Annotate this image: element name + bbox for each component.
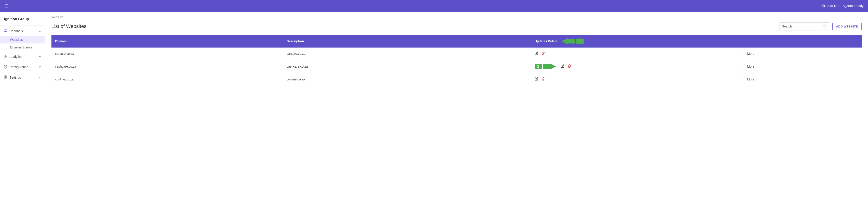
more-label[interactable]: More xyxy=(747,77,754,81)
configuration-label: Configuration xyxy=(9,65,28,69)
sidebar-item-external-source[interactable]: External Source xyxy=(0,43,45,51)
app-title: Ignition Group xyxy=(0,14,45,26)
analytics-icon xyxy=(4,54,7,59)
analytics-label: Analytics xyxy=(9,55,22,59)
list-header-actions: ADD WEBSITE xyxy=(779,22,862,30)
list-title: List of Websites xyxy=(52,24,87,29)
annotation-arrow-1-icon xyxy=(561,38,575,44)
analytics-chevron: ▼ xyxy=(39,55,41,58)
content-area: Websites List of Websites ADD WEBSITE xyxy=(45,12,868,219)
actions-cell xyxy=(531,47,738,60)
header-right: ⏻ LOG OFF Agarani Reddy xyxy=(822,4,864,8)
logoff-label[interactable]: LOG OFF xyxy=(827,4,840,8)
column-header-more xyxy=(738,35,862,47)
user-name: Agarani Reddy xyxy=(842,4,864,8)
header-left: ☰ xyxy=(4,3,8,8)
logoff-button[interactable]: ⏻ LOG OFF xyxy=(822,4,840,8)
search-icon xyxy=(823,24,827,28)
svg-rect-0 xyxy=(4,29,7,31)
table-body: carcure.co.za carcure.co.za xyxy=(52,47,862,85)
top-header: ☰ ⏻ LOG OFF Agarani Reddy xyxy=(0,0,868,12)
hamburger-icon[interactable]: ☰ xyxy=(4,3,8,8)
more-cell: ⋮ More xyxy=(738,73,862,86)
content-inner: List of Websites ADD WEBSITE xyxy=(45,21,868,92)
search-box xyxy=(779,22,829,30)
settings-chevron: ▼ xyxy=(39,76,41,79)
delete-button[interactable] xyxy=(541,51,545,56)
settings-icon xyxy=(4,75,7,80)
sidebar: Ignition Group Channels ▲ Websites Exter… xyxy=(0,12,45,219)
settings-label: Settings xyxy=(9,76,21,79)
more-label[interactable]: More xyxy=(747,65,754,68)
svg-point-7 xyxy=(5,77,6,77)
more-cell: ⋮ More xyxy=(738,47,862,60)
more-icon[interactable]: ⋮ xyxy=(741,51,745,56)
svg-point-6 xyxy=(5,66,6,67)
annotation-arrow-2-container: 2 xyxy=(535,64,556,69)
actions-cell: 2 xyxy=(531,60,738,73)
svg-marker-11 xyxy=(543,64,556,69)
annotation-arrow-2-icon xyxy=(543,64,556,69)
annotation-badge-1: 1 xyxy=(577,39,584,44)
sidebar-item-analytics[interactable]: Analytics ▼ xyxy=(0,52,45,62)
svg-marker-10 xyxy=(561,38,575,44)
edit-button[interactable] xyxy=(535,51,538,56)
sidebar-section-settings: Settings ▼ xyxy=(0,73,45,82)
edit-button[interactable] xyxy=(561,64,564,69)
sidebar-section-configuration: Configuration ▼ xyxy=(0,63,45,72)
sidebar-item-websites[interactable]: Websites xyxy=(0,36,45,43)
edit-button[interactable] xyxy=(535,77,538,81)
column-header-domain: Domain xyxy=(52,35,283,47)
table-row: conline.co.za conline.co.za xyxy=(52,73,862,86)
annotation-arrow-1-container: 1 xyxy=(561,38,584,44)
more-cell: ⋮ More xyxy=(738,60,862,73)
domain-cell: carcure.co.za xyxy=(52,47,283,60)
sidebar-item-configuration[interactable]: Configuration ▼ xyxy=(0,63,45,72)
configuration-chevron: ▼ xyxy=(39,66,41,69)
sidebar-section-analytics: Analytics ▼ xyxy=(0,52,45,62)
svg-line-9 xyxy=(826,27,826,27)
description-cell: conline.co.za xyxy=(283,73,531,86)
column-header-description: Description xyxy=(283,35,531,47)
search-input[interactable] xyxy=(782,25,823,28)
more-icon[interactable]: ⋮ xyxy=(741,77,745,82)
list-header-row: List of Websites ADD WEBSITE xyxy=(52,22,862,30)
websites-table: Domain Description Update / Delete xyxy=(52,35,862,85)
delete-button[interactable] xyxy=(568,64,571,69)
svg-point-8 xyxy=(824,25,826,27)
table-row: carcure.co.za carcure.co.za xyxy=(52,47,862,60)
actions-cell xyxy=(531,73,738,86)
domain-cell: conline.co.za xyxy=(52,73,283,86)
domain-cell: cashcare.co.za xyxy=(52,60,283,73)
delete-button[interactable] xyxy=(541,77,545,81)
sidebar-item-channels[interactable]: Channels ▲ xyxy=(0,26,45,36)
main-layout: Ignition Group Channels ▲ Websites Exter… xyxy=(0,12,868,219)
power-icon: ⏻ xyxy=(822,4,825,8)
more-icon[interactable]: ⋮ xyxy=(741,64,745,69)
table-header-row: Domain Description Update / Delete xyxy=(52,35,862,47)
more-label[interactable]: More xyxy=(747,52,754,56)
sidebar-item-settings[interactable]: Settings ▼ xyxy=(0,73,45,82)
add-website-button[interactable]: ADD WEBSITE xyxy=(832,23,862,30)
sidebar-section-channels: Channels ▲ Websites External Source xyxy=(0,26,45,51)
channels-label: Channels xyxy=(9,29,23,33)
configuration-icon xyxy=(4,65,7,69)
breadcrumb: Websites xyxy=(45,12,868,21)
table-row: cashcare.co.za cashcare.co.za 2 xyxy=(52,60,862,73)
description-cell: carcure.co.za xyxy=(283,47,531,60)
column-header-update-delete: Update / Delete 1 xyxy=(531,35,738,47)
channels-chevron: ▲ xyxy=(39,30,41,33)
description-cell: cashcare.co.za xyxy=(283,60,531,73)
annotation-badge-2: 2 xyxy=(535,64,542,69)
channels-icon xyxy=(4,29,7,33)
